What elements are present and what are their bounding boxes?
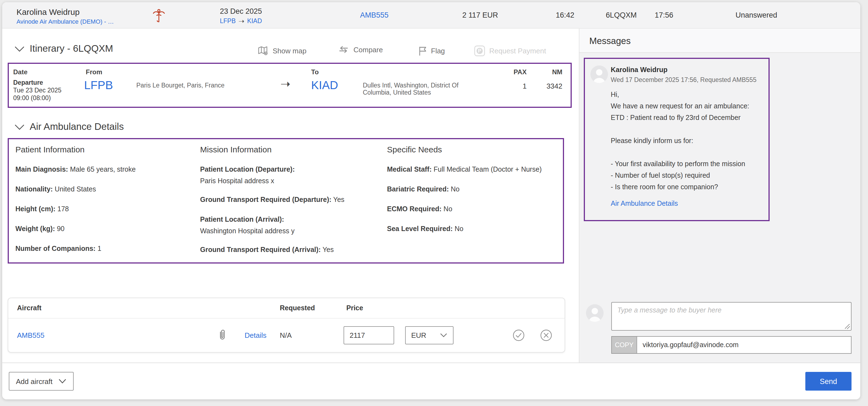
- itinerary-title: Itinerary - 6LQQXM: [30, 43, 113, 55]
- to-airport-desc: Dulles Intl, Washington, District Of Col…: [363, 82, 475, 96]
- col-header-aircraft: Aircraft: [17, 298, 41, 319]
- message-card: Karolina Weidrup Wed 17 December 2025 17…: [584, 58, 770, 221]
- detail-item: Number of Companions: 1: [16, 244, 192, 253]
- patient-information-column: Patient Information Main Diagnosis: Male…: [16, 145, 192, 264]
- leg-type: Departure: [13, 79, 62, 86]
- trip-reference: 6LQQXM: [606, 2, 637, 29]
- col-header-nm: NM: [531, 68, 562, 76]
- decline-x-circle-icon[interactable]: [540, 329, 553, 342]
- route-to-link[interactable]: KIAD: [247, 17, 262, 25]
- leg-time: 09:00 (08:00): [13, 94, 62, 102]
- page: Karolina Weidrup Avinode Air Ambulance (…: [0, 0, 868, 406]
- message-content: Karolina Weidrup Wed 17 December 2025 17…: [611, 65, 763, 208]
- detail-item: Ground Transport Required (Departure): Y…: [200, 195, 381, 204]
- detail-item: Bariatric Required: No: [387, 185, 560, 194]
- requested-value: N/A: [280, 319, 291, 352]
- currency-select[interactable]: EUR: [405, 326, 454, 344]
- col-header-price: Price: [346, 298, 363, 319]
- messages-panel: Messages Karolina Weidrup Wed 17 Decembe…: [579, 29, 860, 362]
- detail-item: Main Diagnosis: Male 65 years, stroke: [16, 165, 192, 174]
- bottom-action-bar: Add aircraft Send: [2, 362, 860, 399]
- aircraft-details-link[interactable]: Details: [245, 319, 267, 352]
- detail-item: Patient Location (Departure):Paris Hospi…: [200, 165, 381, 186]
- aircraft-table-header: Aircraft Requested Price: [8, 298, 564, 319]
- air-ambulance-details-link[interactable]: Air Ambulance Details: [611, 200, 678, 207]
- copy-email-value[interactable]: viktoriya.gopfauf@avinode.com: [637, 337, 851, 353]
- air-ambulance-details-toggle[interactable]: Air Ambulance Details: [14, 121, 124, 133]
- contact-company-link[interactable]: Avinode Air Ambulance (DEMO) - …: [17, 18, 114, 25]
- compare-icon: [338, 45, 350, 54]
- itinerary-section-toggle[interactable]: Itinerary - 6LQQXM: [14, 43, 113, 55]
- nm-value: 3342: [531, 82, 562, 90]
- detail-item: ECMO Required: No: [387, 205, 560, 213]
- add-aircraft-label: Add aircraft: [16, 377, 53, 385]
- compare-label: Compare: [353, 46, 383, 54]
- add-aircraft-button[interactable]: Add aircraft: [9, 372, 74, 390]
- arrow-right-icon: ➝: [280, 77, 290, 91]
- currency-value: EUR: [411, 331, 426, 340]
- specific-needs-column: Specific Needs Medical Staff: Full Medic…: [387, 145, 560, 244]
- messages-header: Messages: [580, 29, 860, 53]
- quote-price: 2 117 EUR: [439, 2, 498, 29]
- message-input[interactable]: [611, 302, 851, 330]
- message-timestamp: Wed 17 December 2025 17:56, Requested AM…: [611, 76, 763, 84]
- leg-date: Tue 23 Dec 2025: [13, 86, 62, 94]
- chevron-down-icon: [14, 123, 25, 130]
- quote-card: Karolina Weidrup Avinode Air Ambulance (…: [2, 2, 860, 399]
- request-payment-label: Request Payment: [489, 47, 546, 55]
- air-ambulance-details-title: Air Ambulance Details: [30, 121, 124, 133]
- from-airport-link[interactable]: LFPB: [84, 79, 113, 92]
- copy-email-field: COPY viktoriya.gopfauf@avinode.com: [611, 336, 851, 354]
- trip-route: LFPB ➝ KIAD: [220, 17, 262, 25]
- show-map-button[interactable]: Show map: [257, 45, 307, 56]
- mission-information-column: Mission Information Patient Location (De…: [200, 145, 381, 265]
- from-airport-desc: Paris Le Bourget, Paris, France: [136, 82, 271, 89]
- air-ambulance-details-panel: Patient Information Main Diagnosis: Male…: [8, 138, 564, 263]
- mission-information-title: Mission Information: [200, 145, 381, 154]
- map-icon: [257, 45, 269, 56]
- arrow-right-icon: ➝: [239, 18, 245, 25]
- reply-time: 17:56: [655, 2, 673, 29]
- aircraft-tail-link[interactable]: AMB555: [17, 319, 44, 352]
- detail-item: Patient Location (Arrival):Washington Ho…: [200, 215, 381, 236]
- avatar: [586, 304, 603, 322]
- messages-title: Messages: [589, 36, 630, 46]
- detail-item: Nationality: United States: [16, 185, 192, 194]
- message-author: Karolina Weidrup: [611, 65, 763, 74]
- send-button[interactable]: Send: [805, 372, 851, 390]
- col-header-requested: Requested: [280, 298, 315, 319]
- pax-value: 1: [493, 82, 527, 90]
- message-composer: [611, 302, 851, 330]
- aircraft-table-card: Aircraft Requested Price AMB555 Details …: [8, 298, 565, 353]
- chevron-down-icon: [440, 333, 447, 338]
- col-header-to: To: [311, 68, 319, 76]
- status-badge: Unanswered: [736, 2, 777, 29]
- medical-caduceus-icon: [152, 8, 166, 24]
- specific-needs-title: Specific Needs: [387, 145, 560, 154]
- flag-button[interactable]: Flag: [417, 45, 445, 56]
- col-header-from: From: [86, 68, 102, 76]
- col-header-pax: PAX: [493, 68, 527, 76]
- copy-button[interactable]: COPY: [612, 337, 637, 353]
- avatar: [590, 65, 608, 83]
- route-from-link[interactable]: LFPB: [220, 17, 236, 25]
- itinerary-table: Date From To PAX NM Departure Tue 23 Dec…: [8, 63, 572, 108]
- price-input[interactable]: [344, 326, 394, 344]
- detail-item: Ground Transport Required (Arrival): Yes: [200, 245, 381, 254]
- request-payment-button[interactable]: P Request Payment: [474, 45, 546, 57]
- aircraft-row: AMB555 Details N/A EUR: [8, 319, 564, 352]
- chevron-down-icon: [14, 46, 25, 52]
- to-airport-link[interactable]: KIAD: [311, 79, 338, 92]
- detail-item: Height (cm): 178: [16, 205, 192, 213]
- compare-button[interactable]: Compare: [338, 45, 383, 54]
- detail-item: Sea Level Required: No: [387, 225, 560, 233]
- show-map-label: Show map: [273, 47, 307, 55]
- approve-check-circle-icon[interactable]: [512, 329, 525, 342]
- attachment-paperclip-icon[interactable]: [218, 329, 226, 341]
- contact-name: Karolina Weidrup: [17, 7, 80, 17]
- leg-date-cell: Departure Tue 23 Dec 2025 09:00 (08:00): [13, 79, 62, 102]
- aircraft-tail-link[interactable]: AMB555: [360, 2, 389, 29]
- flag-label: Flag: [431, 47, 445, 55]
- detail-item: Medical Staff: Full Medical Team (Doctor…: [387, 165, 560, 174]
- trip-date: 23 Dec 2025: [220, 7, 262, 16]
